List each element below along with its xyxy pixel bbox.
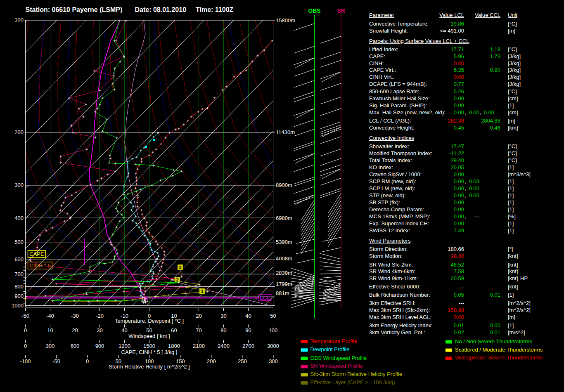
svg-text:[m^3/s^3]: [m^3/s^3] — [508, 171, 531, 177]
svg-text:500: 500 — [14, 239, 24, 245]
svg-text:10: 10 — [47, 327, 53, 333]
svg-text:[knt]: [knt] — [508, 253, 518, 259]
svg-text:[°C]: [°C] — [508, 21, 517, 27]
svg-text:0.00: 0.00 — [454, 199, 464, 205]
svg-text:0.00: 0.00 — [454, 109, 464, 116]
svg-text:[m/s^2]: [m/s^2] — [508, 329, 525, 335]
svg-text:250: 250 — [238, 358, 247, 364]
svg-text:50: 50 — [270, 313, 276, 319]
svg-text:LCL: LCL — [260, 295, 270, 301]
svg-text:[knt]: [knt] — [508, 268, 518, 274]
svg-text:---: --- — [459, 283, 464, 290]
svg-text:0.05: 0.05 — [454, 292, 464, 298]
svg-text:Storm Direction:: Storm Direction: — [369, 246, 408, 252]
svg-text:0.00: 0.00 — [454, 192, 464, 198]
svg-text:0.02: 0.02 — [454, 329, 464, 335]
svg-text:,: , — [464, 178, 466, 184]
svg-text:,: , — [464, 192, 466, 198]
svg-text:0.00: 0.00 — [490, 322, 500, 328]
svg-text:200: 200 — [14, 129, 24, 135]
svg-text:0.00: 0.00 — [454, 206, 464, 213]
svg-text:-50: -50 — [21, 313, 29, 319]
svg-text:[m]: [m] — [508, 28, 515, 34]
svg-text:881m: 881m — [276, 290, 289, 296]
svg-text:30: 30 — [220, 313, 226, 319]
svg-text:OBS Windspeed Profile: OBS Windspeed Profile — [310, 355, 367, 361]
svg-text:CAPE, CINH * 5 [ J/kg ]: CAPE, CINH * 5 [ J/kg ] — [121, 349, 178, 355]
svg-text:50: 50 — [146, 327, 152, 333]
svg-text:Lifted Index:: Lifted Index: — [369, 46, 398, 52]
svg-text:1800: 1800 — [168, 343, 180, 349]
svg-text:Scattered / Moderate Thunderst: Scattered / Moderate Thunderstorms — [455, 347, 543, 353]
svg-text:[°C]: [°C] — [508, 150, 517, 156]
svg-text:7.49: 7.49 — [454, 227, 464, 234]
svg-text:0.46: 0.46 — [490, 125, 500, 131]
svg-text:0.00: 0.00 — [469, 192, 479, 198]
svg-text:KO Index:: KO Index: — [369, 164, 393, 170]
svg-text:700: 700 — [14, 271, 24, 277]
svg-text:0.01: 0.01 — [490, 292, 500, 298]
svg-text:Total Totals Index:: Total Totals Index: — [369, 157, 412, 163]
svg-text:---: --- — [474, 213, 479, 220]
svg-text:Temperature Profile: Temperature Profile — [310, 338, 357, 344]
svg-text:282.38: 282.38 — [448, 118, 464, 124]
svg-text:SWISS 12 Index:: SWISS 12 Index: — [369, 227, 410, 234]
svg-text:-20: -20 — [96, 313, 104, 319]
svg-text:[m^2/s^2]: [m^2/s^2] — [508, 300, 531, 306]
svg-text:0.00: 0.00 — [469, 185, 479, 191]
svg-text:Time: 1100Z: Time: 1100Z — [196, 6, 234, 13]
svg-text:CINH * 5: CINH * 5 — [29, 262, 50, 269]
svg-text:2: 2 — [176, 277, 178, 282]
svg-text:0.00: 0.00 — [454, 171, 464, 177]
svg-text:Station: 06610 Payerne (LSMP): Station: 06610 Payerne (LSMP) — [26, 6, 123, 13]
svg-text:3000: 3000 — [267, 343, 279, 349]
svg-text:900: 900 — [14, 293, 24, 299]
svg-text:300: 300 — [269, 358, 278, 364]
svg-text:[knt]: [knt] — [508, 275, 518, 281]
svg-text:[1]: [1] — [508, 322, 514, 328]
svg-text:Max. Hail Size (new, new2, old: Max. Hail Size (new, new2, old): — [369, 109, 446, 116]
svg-text:[cm]: [cm] — [508, 95, 518, 102]
svg-text:[km]: [km] — [508, 125, 518, 131]
svg-text:[°C]: [°C] — [508, 88, 517, 94]
svg-text:-40: -40 — [46, 313, 54, 319]
svg-text:,: , — [464, 213, 466, 220]
svg-text:0: 0 — [24, 343, 27, 349]
svg-text:Convective Temperature:: Convective Temperature: — [369, 21, 429, 27]
svg-text:100: 100 — [14, 17, 24, 23]
svg-text:Widespread / Severe Thundersto: Widespread / Severe Thunderstorms — [455, 354, 543, 361]
svg-text:[J/kg]: [J/kg] — [508, 67, 521, 73]
svg-text:CAPE:: CAPE: — [369, 53, 385, 59]
svg-text:0.01: 0.01 — [490, 329, 500, 335]
svg-text:[J/kg]: [J/kg] — [508, 74, 521, 80]
svg-text:30: 30 — [97, 327, 102, 333]
svg-text:0.00: 0.00 — [454, 102, 464, 109]
svg-text:3km Vorticity Gen. Pot.:: 3km Vorticity Gen. Pot.: — [369, 329, 425, 335]
svg-text:,: , — [464, 185, 466, 191]
svg-text:2100: 2100 — [193, 343, 205, 349]
svg-text:[J/kg]: [J/kg] — [508, 60, 521, 66]
svg-text:SB STP (fix):: SB STP (fix): — [369, 199, 400, 205]
svg-text:0.77: 0.77 — [454, 81, 464, 87]
svg-text:0.00: 0.00 — [484, 109, 494, 116]
svg-text:Effective Layer (CAPE >= 100 J: Effective Layer (CAPE >= 100 J/kg) — [310, 379, 395, 385]
svg-text:Parameter: Parameter — [369, 12, 394, 18]
svg-text:80: 80 — [220, 327, 226, 333]
svg-text:0.00: 0.00 — [469, 109, 479, 116]
svg-text:20: 20 — [196, 313, 201, 319]
svg-text:Value CCL: Value CCL — [475, 12, 500, 18]
svg-text:Derecho Comp Param:: Derecho Comp Param: — [369, 206, 424, 213]
svg-text:SR Wind 9km-11km:: SR Wind 9km-11km: — [369, 275, 418, 281]
svg-text:-30: -30 — [71, 313, 79, 319]
svg-text:1: 1 — [201, 289, 203, 294]
svg-text:0.00: 0.00 — [454, 60, 464, 66]
svg-text:Effective Shear 6000:: Effective Shear 6000: — [369, 283, 420, 290]
svg-text:-50: -50 — [52, 358, 60, 364]
svg-text:[cm]: [cm] — [508, 109, 518, 116]
svg-text:Wind Parameters: Wind Parameters — [369, 238, 411, 244]
svg-text:[1]: [1] — [508, 199, 514, 205]
svg-text:,: , — [464, 109, 466, 116]
svg-text:Storm Relative Helicity [ m^2: Storm Relative Helicity [ m^2/s^2 ] — [109, 364, 190, 370]
svg-text:[1]: [1] — [508, 206, 514, 213]
svg-text:No / Non Severe Thunderstorms: No / Non Severe Thunderstorms — [455, 338, 532, 345]
